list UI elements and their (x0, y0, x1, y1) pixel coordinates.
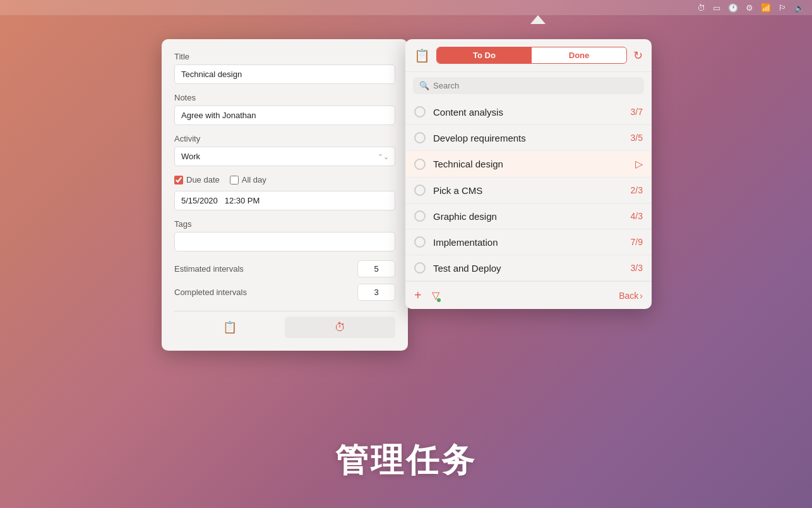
estimated-intervals-row: Estimated intervals (174, 260, 395, 277)
list-item[interactable]: Pick a CMS 2/3 (405, 178, 652, 203)
tab-buttons-group: To Do Done (436, 47, 627, 64)
task-count: 3/7 (631, 107, 643, 117)
refresh-icon[interactable]: ↻ (633, 49, 643, 63)
task-count: 2/3 (631, 185, 643, 195)
play-icon[interactable]: ▷ (635, 158, 643, 170)
flag-icon: 🏳 (779, 3, 787, 13)
due-date-checkbox[interactable] (174, 176, 183, 184)
task-name: Implementation (433, 237, 623, 248)
all-day-label: All day (242, 175, 266, 184)
tab-notes[interactable]: 📋 (174, 317, 285, 338)
add-task-button[interactable]: + (414, 288, 422, 303)
task-name: Test and Deploy (433, 263, 623, 274)
done-tab-button[interactable]: Done (532, 47, 626, 63)
list-item[interactable]: Graphic design 4/3 (405, 203, 652, 229)
task-name: Content analysis (433, 107, 623, 118)
all-day-checkbox-label[interactable]: All day (230, 175, 266, 184)
task-count: 3/5 (631, 133, 643, 143)
list-item-selected[interactable]: Technical design ▷ (405, 151, 652, 178)
task-count: 7/9 (631, 237, 643, 247)
notes-tab-icon: 📋 (223, 320, 237, 334)
due-date-label: Due date (186, 175, 220, 184)
right-panel-header: 📋 To Do Done ↻ (405, 39, 652, 72)
filter-button[interactable]: ▽ (432, 289, 439, 301)
datetime-input[interactable] (174, 191, 395, 210)
task-count: 3/3 (631, 263, 643, 273)
task-circle-icon (414, 184, 426, 196)
activity-label: Activity (174, 134, 395, 143)
filter-active-dot (437, 298, 441, 302)
search-input[interactable] (433, 81, 638, 90)
bottom-tabs: 📋 ⏱ (174, 311, 395, 338)
title-input[interactable] (174, 64, 395, 84)
list-item[interactable]: Content analysis 3/7 (405, 99, 652, 125)
clock-icon: 🕐 (728, 3, 738, 13)
wifi-icon: 📶 (761, 3, 771, 13)
timer-tab-icon: ⏱ (335, 321, 346, 334)
due-date-checkbox-label[interactable]: Due date (174, 175, 220, 184)
list-item[interactable]: Test and Deploy 3/3 (405, 255, 652, 281)
back-label: Back (619, 291, 638, 301)
task-circle-icon (414, 236, 426, 248)
completed-intervals-label: Completed intervals (174, 287, 247, 297)
task-circle-icon (414, 262, 426, 274)
task-name: Pick a CMS (433, 185, 623, 196)
notes-label: Notes (174, 93, 395, 102)
menubar: ⏱ ▭ 🕐 ⚙ 📶 🏳 🔈 (0, 0, 812, 15)
task-circle-icon (414, 210, 426, 222)
completed-intervals-input[interactable] (357, 284, 395, 301)
notes-input[interactable] (174, 106, 395, 125)
task-list: Content analysis 3/7 Develop requirement… (405, 99, 652, 281)
task-editor-panel: Title Notes Activity Work Personal Study… (162, 39, 408, 351)
task-circle-icon (414, 132, 426, 143)
task-name: Develop requirements (433, 133, 623, 143)
title-label: Title (174, 52, 395, 61)
completed-intervals-row: Completed intervals (174, 284, 395, 301)
search-bar: 🔍 (413, 77, 644, 94)
back-button[interactable]: Back › (619, 291, 643, 301)
task-circle-icon (414, 159, 426, 170)
volume-icon: 🔈 (794, 3, 804, 13)
airplay-icon: ▭ (713, 3, 720, 13)
tooltip-arrow (530, 15, 546, 24)
chevron-right-icon: › (640, 291, 643, 301)
task-count: 4/3 (631, 211, 643, 221)
list-icon: 📋 (414, 48, 430, 63)
tags-input[interactable] (174, 232, 395, 251)
task-list-panel: 📋 To Do Done ↻ 🔍 Content analysis 3/7 De… (405, 39, 652, 309)
task-name: Graphic design (433, 211, 623, 222)
settings-icon: ⚙ (746, 3, 753, 13)
todo-tab-button[interactable]: To Do (437, 47, 532, 63)
task-circle-icon (414, 106, 426, 118)
activity-select[interactable]: Work Personal Study Break (174, 147, 395, 166)
activity-select-wrapper: Work Personal Study Break ⌃⌄ (174, 147, 395, 166)
tags-label: Tags (174, 219, 395, 229)
estimated-intervals-input[interactable] (357, 260, 395, 277)
list-item[interactable]: Develop requirements 3/5 (405, 125, 652, 151)
tab-timer[interactable]: ⏱ (285, 317, 395, 338)
list-item[interactable]: Implementation 7/9 (405, 229, 652, 255)
due-date-row: Due date All day (174, 175, 395, 184)
right-panel-footer: + ▽ Back › (405, 281, 652, 309)
chinese-title: 管理任务 (0, 438, 812, 483)
all-day-checkbox[interactable] (230, 176, 239, 184)
task-name: Technical design (433, 159, 628, 169)
estimated-intervals-label: Estimated intervals (174, 264, 244, 274)
timer-icon: ⏱ (697, 3, 705, 13)
search-icon: 🔍 (419, 81, 429, 90)
